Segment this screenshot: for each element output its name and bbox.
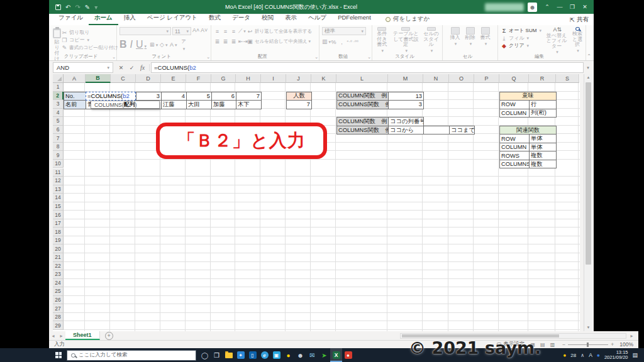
borders-icon[interactable]: ⊞ [150,41,157,48]
align-bottom-icon[interactable]: ≡ [230,28,237,35]
action-center-icon[interactable]: ▤ [632,352,638,358]
cell-M6[interactable]: ココから [388,126,424,135]
column-header-I[interactable]: I [261,74,286,83]
row-header-1[interactable]: 1 [53,83,64,92]
cell-Q2[interactable]: 意味 [499,92,557,101]
currency-icon[interactable]: ▥ [322,38,329,46]
column-header-Q[interactable]: Q [499,74,529,83]
cell-L6[interactable]: COLUMNS関数 例 [336,126,389,135]
cell-H3[interactable]: 木下 [236,100,262,109]
decimal-icons[interactable]: ⁺·⁰ ·⁰⁰ [347,38,353,46]
fill-color-icon[interactable]: ◇ [160,41,167,48]
indent-icons[interactable]: ⇤⇥ [238,38,245,45]
share-button[interactable]: ⇱共有 [570,16,589,24]
collapse-ribbon-icon[interactable]: ⌃ [587,53,591,59]
cell-M2[interactable]: 13 [388,92,424,101]
cell-A2[interactable]: No. [64,92,86,101]
cell-Q8[interactable]: COLUMN [499,143,530,152]
column-header-H[interactable]: H [236,74,261,83]
tab-数式[interactable]: 数式 [203,13,226,25]
zoom-slider[interactable]: − + [562,341,614,348]
ribbon-display-options-icon[interactable]: ⌃ [541,4,553,10]
align-center-icon[interactable]: ≣ [222,38,229,45]
cell-Q9[interactable]: ROWS [499,151,530,160]
zoom-level[interactable]: 100% [619,341,633,348]
formula-input[interactable]: =COLUMNS(b2 [151,62,584,73]
save-icon[interactable] [55,4,61,10]
taskbar-search-input[interactable]: ここに入力して検索 [67,350,196,361]
ime-indicator[interactable]: A [589,352,592,358]
cell-R9[interactable]: 複数 [529,151,557,160]
column-header-D[interactable]: D [136,74,161,83]
row-header-16[interactable]: 16 [53,211,64,219]
name-box[interactable]: AND▾ [53,62,113,73]
column-header-A[interactable]: A [64,74,86,83]
row-header-11[interactable]: 11 [53,168,64,177]
cell-L3[interactable]: COLUMNS関数 例 [336,100,389,109]
row-header-21[interactable]: 21 [53,253,64,262]
column-header-P[interactable]: P [474,74,499,83]
cell-R8[interactable]: 単体 [529,143,557,152]
row-header-24[interactable]: 24 [53,279,64,288]
scroll-up-icon[interactable]: ▲ [584,74,592,81]
cell-J3[interactable]: 7 [286,100,312,109]
redo-icon[interactable]: ↷ [75,4,80,11]
column-header-J[interactable]: J [286,74,311,83]
cell-F3[interactable]: 大田 [186,100,212,109]
task-view-icon[interactable]: ❐ [211,348,223,362]
cell-styles-button[interactable]: セルのスタイル [423,27,440,53]
decrease-font-icon[interactable]: A˅ [201,27,208,35]
row-header-20[interactable]: 20 [53,244,64,253]
align-right-icon[interactable]: ≣ [230,38,237,45]
tab-PDFelement[interactable]: PDFelement [332,13,377,25]
close-button[interactable]: ✕ [579,4,591,10]
percent-icon[interactable]: % [330,38,337,46]
excel-icon[interactable]: X [330,348,342,362]
alignment-dialog-launcher[interactable]: ⌄ [314,55,318,60]
column-header-K[interactable]: K [311,74,336,83]
merge-center-button[interactable]: セルを結合して中央揃え [255,38,311,45]
scroll-down-icon[interactable]: ▼ [584,324,592,331]
delete-cells-button[interactable]: 削除 [465,27,475,53]
cell-Q7[interactable]: ROW [499,134,530,143]
cell-J2[interactable]: 人数 [286,92,312,101]
tray-expand-icon[interactable]: ∧ [580,353,584,358]
vertical-scrollbar[interactable]: ▲ ▼ [584,74,592,331]
cell-L2[interactable]: COLUMN関数 例 [336,92,389,101]
column-header-L[interactable]: L [336,74,388,83]
row-header-8[interactable]: 8 [53,143,64,151]
tell-me-box[interactable]: 何をしますか [386,15,430,25]
tab-ホーム[interactable]: ホーム [89,13,118,25]
tab-ページ レイアウト[interactable]: ページ レイアウト [142,13,203,25]
tab-表示[interactable]: 表示 [279,13,303,25]
tab-挿入[interactable]: 挿入 [118,13,142,25]
cell-E3[interactable]: 江藤 [161,100,187,109]
format-painter-button[interactable]: ✎書式のコピー/貼り付け [61,44,118,52]
yellow-app-icon[interactable]: ● [282,348,294,362]
horizontal-scroll-thumb[interactable] [402,334,559,337]
copy-button[interactable]: ❐コピー [61,36,118,44]
bold-button[interactable]: B [119,39,127,50]
row-header-15[interactable]: 15 [53,202,64,211]
row-header-29[interactable]: 29 [53,321,64,330]
column-header-B[interactable]: B [86,74,111,83]
row-header-4[interactable]: 4 [53,109,64,118]
photos-icon[interactable]: ✦ [235,348,247,362]
cell-Q10[interactable]: COLUMNS [499,160,530,169]
autosum-button[interactable]: Σオート SUM [501,27,541,35]
number-dialog-launcher[interactable]: ⌄ [367,55,371,60]
row-header-9[interactable]: 9 [53,151,64,160]
row-header-28[interactable]: 28 [53,313,64,322]
align-left-icon[interactable]: ≣ [214,38,221,45]
start-button[interactable] [50,348,67,362]
cell-R3[interactable]: 行 [529,100,557,109]
weather-icon[interactable]: ● [563,352,566,358]
row-header-7[interactable]: 7 [53,134,64,143]
tab-校閲[interactable]: 校閲 [256,13,279,25]
tray-sphere-icon[interactable]: ● [597,352,600,358]
pen-icon[interactable]: ✎ [85,4,90,11]
avatar[interactable]: ☻ [528,3,537,12]
insert-function-icon[interactable]: fx [137,64,148,71]
formula-bar-expand-icon[interactable]: ▾ [584,65,592,70]
people-icon[interactable]: ☻ [294,348,306,362]
